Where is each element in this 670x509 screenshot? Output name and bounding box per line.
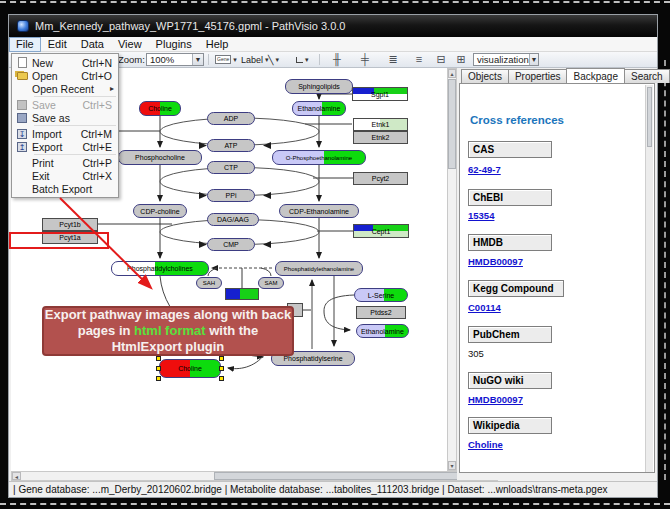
node-choline-selected[interactable]: Choline: [159, 359, 221, 378]
panel-vertical-scrollbar[interactable]: [645, 85, 653, 473]
chevron-down-icon: ▾: [275, 56, 279, 64]
node-pcyt2[interactable]: Pcyt2: [353, 172, 408, 185]
scroll-down-icon[interactable]: ▾: [448, 461, 456, 470]
xref-link-cas[interactable]: 62-49-7: [468, 164, 501, 175]
menu-file[interactable]: File: [9, 37, 41, 52]
menu-separator: [34, 96, 116, 97]
selection-handle[interactable]: [219, 366, 224, 371]
scroll-up-icon[interactable]: ▴: [448, 69, 456, 78]
screenshot-tear-right: [664, 60, 666, 480]
node-sgpl1[interactable]: Sgpl1: [352, 87, 408, 101]
canvas-vertical-scrollbar[interactable]: ▴ ▾: [447, 68, 457, 471]
chevron-down-icon: ▾: [305, 56, 309, 64]
menu-item-new[interactable]: New Ctrl+N: [12, 56, 118, 69]
menu-item-import[interactable]: ↧ Import Ctrl+M: [12, 127, 118, 140]
connector-tool-icon: [296, 57, 303, 63]
menu-item-export[interactable]: ↥ Export Ctrl+E: [12, 140, 118, 153]
menu-item-exit[interactable]: Exit Ctrl+X: [12, 169, 118, 182]
common-height-icon[interactable]: ⊞: [453, 53, 469, 66]
node-o-phosphoethanolamine[interactable]: O-Phosphoethanolamine: [272, 150, 366, 165]
xref-link-hmdb[interactable]: HMDB00097: [468, 256, 523, 267]
node-etnk2[interactable]: Etnk2: [353, 131, 408, 144]
selection-handle[interactable]: [156, 366, 161, 371]
node-ethanolamine[interactable]: Ethanolamine: [292, 101, 346, 116]
menu-item-open-recent[interactable]: Open Recent ▸: [12, 82, 118, 95]
zoom-label: Zoom:: [118, 54, 145, 65]
node-cmp[interactable]: CMP: [207, 238, 255, 251]
menu-edit[interactable]: Edit: [41, 37, 74, 52]
node-ethanolamine-bottom[interactable]: Ethanolamine: [356, 324, 409, 338]
node-cdp-ethanolamine[interactable]: CDP-Ethanolamine: [279, 204, 359, 218]
xref-link-kegg[interactable]: C00114: [468, 302, 501, 313]
chevron-down-icon[interactable]: ▼: [192, 54, 203, 65]
gene-box-partial-pemt[interactable]: [225, 288, 259, 300]
file-menu-popup: New Ctrl+N Open Ctrl+O Open Recent ▸ Sav…: [11, 53, 119, 198]
menu-item-batch-export[interactable]: Batch Export: [12, 182, 118, 195]
zoom-combobox[interactable]: 100%▼: [146, 53, 204, 66]
save-icon: [17, 100, 27, 110]
menu-item-print[interactable]: Print Ctrl+P: [12, 156, 118, 169]
align-center-x-icon[interactable]: ╫: [329, 53, 345, 66]
menu-help[interactable]: Help: [199, 37, 236, 52]
selection-handle[interactable]: [156, 376, 161, 381]
node-atp[interactable]: ATP: [207, 139, 255, 152]
node-adp[interactable]: ADP: [207, 112, 255, 125]
node-choline[interactable]: Choline: [139, 101, 181, 116]
menu-plugins[interactable]: Plugins: [149, 37, 199, 52]
xref-link-nugo[interactable]: HMDB00097: [468, 394, 523, 405]
node-ctp[interactable]: CTP: [207, 161, 255, 174]
menu-data[interactable]: Data: [74, 37, 111, 52]
tab-properties[interactable]: Properties: [508, 69, 568, 83]
scrollbar-thumb[interactable]: [214, 472, 476, 480]
scrollbar-thumb[interactable]: [448, 79, 456, 169]
node-sam[interactable]: SAM: [258, 277, 284, 289]
annotation-line2: pages in html format with the: [78, 323, 259, 339]
export-icon: ↥: [17, 142, 27, 152]
node-dag-aag[interactable]: DAG/AAG: [207, 213, 259, 226]
node-ppi[interactable]: PPi: [207, 189, 255, 202]
stack-vertical-icon[interactable]: ≣: [385, 53, 401, 66]
title-bar[interactable]: Mm_Kennedy_pathway_WP1771_45176.gpml - P…: [9, 15, 657, 37]
stack-horizontal-icon[interactable]: ≡: [411, 53, 427, 66]
line-tool-button[interactable]: ╲ ▾: [266, 53, 281, 66]
common-width-icon[interactable]: ⊟: [433, 53, 449, 66]
menu-view[interactable]: View: [111, 37, 149, 52]
menu-item-open[interactable]: Open Ctrl+O: [12, 69, 118, 82]
node-cdp-choline[interactable]: CDP-choline: [133, 204, 187, 218]
node-sah[interactable]: SAH: [196, 277, 222, 289]
tab-search[interactable]: Search: [624, 69, 670, 83]
annotation-line1: Export pathway images along with back: [45, 307, 291, 323]
scroll-left-icon[interactable]: ◂: [12, 472, 21, 480]
node-phosphocholine[interactable]: Phosphocholine: [118, 150, 202, 165]
connector-tool-button[interactable]: ▾: [294, 53, 311, 66]
menu-item-save[interactable]: Save Ctrl+S: [12, 98, 118, 111]
tab-objects[interactable]: Objects: [461, 69, 509, 83]
xref-source-chebi: ChEBI: [468, 189, 552, 206]
node-pcyt1b[interactable]: Pcyt1b: [42, 218, 98, 231]
batch-export-highlight-rect: [9, 232, 109, 249]
menu-item-save-as[interactable]: Save as: [12, 111, 118, 124]
node-sphingolipids[interactable]: Sphingolipids: [285, 79, 353, 94]
visualization-combobox[interactable]: visualization▼: [473, 53, 539, 66]
scrollbar-thumb[interactable]: [647, 87, 652, 147]
menu-bar: File Edit Data View Plugins Help: [9, 37, 657, 52]
node-l-serine[interactable]: L-Serine: [354, 288, 408, 302]
line-tool-icon: ╲: [268, 55, 273, 65]
selection-handle[interactable]: [219, 376, 224, 381]
selection-handle[interactable]: [156, 356, 161, 361]
selection-handle[interactable]: [219, 356, 224, 361]
node-etnk1[interactable]: Etnk1: [353, 118, 408, 131]
side-panel: Objects Properties Backpage Search Legen…: [457, 68, 657, 480]
datanode-tool-button[interactable]: Gene ▾: [213, 53, 239, 66]
xref-link-chebi[interactable]: 15354: [468, 210, 494, 221]
canvas-horizontal-scrollbar[interactable]: ◂ ▸: [11, 471, 498, 481]
tab-backpage[interactable]: Backpage: [566, 68, 624, 83]
node-ptdss2[interactable]: Ptdss2: [356, 306, 406, 319]
chevron-down-icon[interactable]: ▼: [529, 54, 538, 65]
window-title: Mm_Kennedy_pathway_WP1771_45176.gpml - P…: [35, 20, 345, 32]
node-phosphatidylcholines[interactable]: Phosphatidylcholines: [111, 261, 209, 276]
node-phosphatidylethanolamine[interactable]: Phosphatidylethanolamine: [275, 261, 363, 276]
xref-link-wikipedia[interactable]: Choline: [468, 439, 503, 450]
align-center-y-icon[interactable]: ╪: [357, 53, 373, 66]
node-cept1[interactable]: Cept1: [353, 224, 409, 238]
